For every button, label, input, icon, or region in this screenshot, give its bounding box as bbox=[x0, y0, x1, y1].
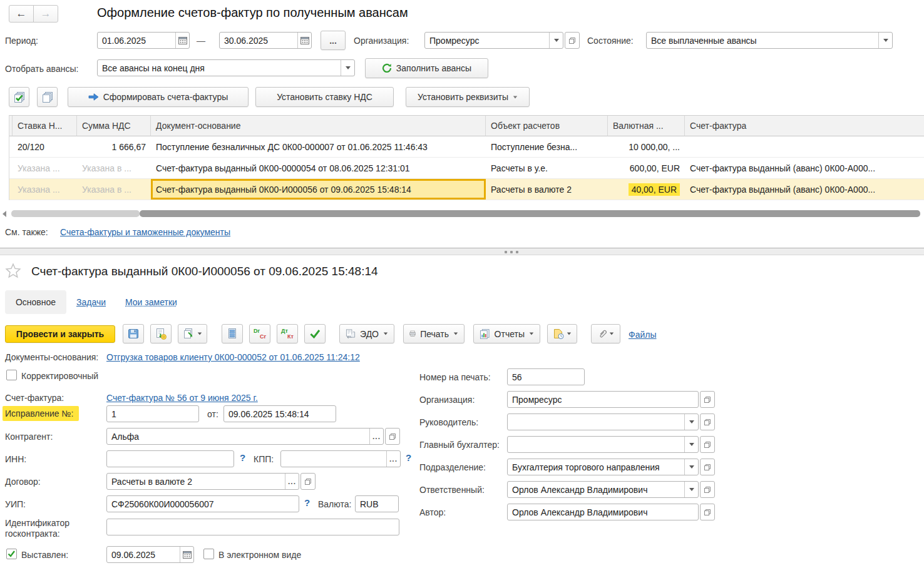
uip-value[interactable]: СФ25060К00И000056007 bbox=[107, 496, 299, 512]
column-header[interactable]: Сумма НДС bbox=[77, 116, 151, 136]
issued-checkbox[interactable] bbox=[6, 549, 17, 559]
author-open-button[interactable] bbox=[700, 504, 715, 520]
dropdown-button[interactable] bbox=[878, 33, 892, 48]
choose-button[interactable]: ... bbox=[386, 451, 400, 467]
contract-open-button[interactable] bbox=[300, 473, 316, 490]
mark-all-button[interactable] bbox=[9, 87, 29, 107]
responsible-open-button[interactable] bbox=[700, 481, 715, 498]
cell-vat-sum[interactable]: Указана в ... bbox=[77, 179, 151, 200]
inn-value[interactable] bbox=[107, 451, 234, 467]
cell-settlement-object[interactable]: Поступление безна... bbox=[486, 136, 608, 158]
scrollbar-thumb[interactable] bbox=[140, 210, 920, 217]
uip-help[interactable]: ? bbox=[304, 497, 310, 508]
author-field[interactable]: Орлов Александр Владимирович bbox=[507, 504, 699, 520]
set-vat-rate-button[interactable]: Установить ставку НДС bbox=[255, 87, 394, 107]
cell-settlement-object[interactable]: Расчеты в у.е. bbox=[486, 158, 608, 179]
department-combo[interactable]: Бухгалтерия торгового направления bbox=[507, 459, 699, 475]
choose-button[interactable]: ... bbox=[285, 474, 299, 489]
cell-currency-amount[interactable]: 40,00, EUR bbox=[608, 179, 685, 200]
dropdown-button[interactable] bbox=[684, 414, 698, 430]
manager-combo[interactable] bbox=[507, 413, 699, 430]
tab-tasks[interactable]: Задачи bbox=[76, 297, 106, 307]
revision-date-value[interactable]: 09.06.2025 15:48:14 bbox=[224, 406, 336, 422]
cell-currency-amount[interactable]: 10 000,00, ... bbox=[608, 136, 685, 158]
kpp-field[interactable]: ... bbox=[280, 450, 401, 467]
organization-combo[interactable]: Промресурс bbox=[424, 32, 563, 49]
fill-advances-button[interactable]: Заполнить авансы bbox=[365, 58, 488, 78]
revision-number-field[interactable]: 1 bbox=[106, 405, 199, 422]
column-header[interactable]: Документ-основание bbox=[151, 116, 486, 136]
kpp-value[interactable] bbox=[281, 451, 386, 467]
revision-date-field[interactable]: 09.06.2025 15:48:14 bbox=[223, 405, 336, 422]
document-history-button[interactable] bbox=[547, 324, 577, 343]
department-open-button[interactable] bbox=[700, 459, 715, 475]
state-value[interactable]: Все выплаченные авансы bbox=[647, 33, 878, 48]
attachments-button[interactable] bbox=[591, 324, 620, 343]
counterparty-open-button[interactable] bbox=[385, 428, 400, 445]
column-header[interactable]: Ставка Н... bbox=[13, 116, 77, 136]
cell-base-document[interactable]: Счет-фактура выданный 0К00-И000056 от 09… bbox=[151, 179, 486, 200]
responsible-value[interactable]: Орлов Александр Владимирович bbox=[508, 482, 684, 497]
forward-button[interactable]: → bbox=[33, 5, 58, 23]
period-from-field[interactable]: 01.06.2025 bbox=[97, 32, 190, 49]
period-to-value[interactable]: 30.06.2025 bbox=[220, 33, 297, 48]
cell-vat-rate[interactable]: Указана ... bbox=[13, 179, 77, 200]
calendar-button[interactable] bbox=[297, 33, 311, 48]
cell-vat-rate[interactable]: 20/120 bbox=[13, 136, 77, 158]
cell-base-document[interactable]: Поступление безналичных ДС 0К00-000007 о… bbox=[151, 136, 486, 158]
post-and-close-button[interactable]: Провести и закрыть bbox=[5, 325, 115, 343]
column-header[interactable]: Счет-фактура bbox=[685, 116, 924, 136]
currency-value[interactable]: RUB bbox=[356, 496, 398, 512]
cell-vat-sum[interactable]: 1 666,67 bbox=[77, 136, 151, 158]
print-number-field[interactable]: 56 bbox=[507, 368, 585, 385]
kpp-help[interactable]: ? bbox=[406, 452, 411, 463]
select-advances-value[interactable]: Все авансы на конец дня bbox=[98, 60, 341, 76]
print-button[interactable]: Печать bbox=[403, 324, 465, 343]
column-header[interactable]: Объект расчетов bbox=[486, 116, 608, 136]
register-records-button[interactable] bbox=[222, 324, 243, 343]
contract-value[interactable]: Расчеты в валюте 2 bbox=[107, 474, 285, 489]
edo-button[interactable]: ЭДО bbox=[339, 324, 394, 343]
chief-accountant-combo[interactable] bbox=[507, 436, 699, 453]
cell-vat-sum[interactable]: Указана в ... bbox=[77, 158, 151, 179]
table-row[interactable]: Указана ... Указана в ... Счет-фактура в… bbox=[9, 158, 924, 179]
cell-settlement-object[interactable]: Расчеты в валюте 2 bbox=[486, 179, 608, 200]
cell-invoice[interactable] bbox=[685, 136, 924, 158]
calendar-button[interactable] bbox=[175, 33, 189, 48]
revision-number-value[interactable]: 1 bbox=[107, 406, 198, 422]
choose-button[interactable]: ... bbox=[369, 429, 383, 444]
cell-invoice[interactable]: Счет-фактура выданный (аванс) 0К00-А000.… bbox=[685, 179, 924, 200]
dropdown-button[interactable] bbox=[684, 459, 698, 475]
set-details-button[interactable]: Установить реквизиты bbox=[406, 87, 530, 107]
see-also-link[interactable]: Счета-фактуры и таможенные документы bbox=[60, 227, 230, 237]
dropdown-button[interactable] bbox=[684, 482, 698, 497]
doc-organization-open-button[interactable] bbox=[700, 391, 715, 408]
department-value[interactable]: Бухгалтерия торгового направления bbox=[508, 459, 684, 475]
cell-vat-rate[interactable]: Указана ... bbox=[13, 158, 77, 179]
pane-splitter[interactable] bbox=[0, 248, 924, 255]
counterparty-value[interactable]: Альфа bbox=[107, 429, 369, 444]
calendar-button[interactable] bbox=[180, 547, 193, 562]
tab-notes[interactable]: Мои заметки bbox=[125, 297, 177, 307]
select-advances-combo[interactable]: Все авансы на конец дня bbox=[97, 59, 355, 76]
post-button[interactable] bbox=[150, 324, 172, 343]
cell-invoice[interactable]: Счет-фактура выданный (аванс) 0К00-А000.… bbox=[685, 158, 924, 179]
issued-date-field[interactable]: 09.06.2025 bbox=[106, 546, 194, 563]
inn-help[interactable]: ? bbox=[240, 452, 245, 463]
active-cell[interactable]: Счет-фактура выданный 0К00-И000056 от 09… bbox=[151, 179, 486, 200]
doc-organization-value[interactable]: Промресурс bbox=[508, 392, 698, 407]
dt-kt-button[interactable]: ДтКт bbox=[277, 324, 298, 343]
currency-field[interactable]: RUB bbox=[355, 495, 399, 512]
electronic-checkbox[interactable] bbox=[203, 549, 214, 559]
manager-open-button[interactable] bbox=[700, 413, 715, 430]
state-combo[interactable]: Все выплаченные авансы bbox=[646, 32, 893, 49]
dr-cr-button[interactable]: DrCr bbox=[249, 324, 270, 343]
favorite-button[interactable] bbox=[5, 263, 21, 280]
scroll-left-arrow[interactable] bbox=[3, 211, 6, 217]
inn-field[interactable] bbox=[106, 450, 234, 467]
uip-field[interactable]: СФ25060К00И000056007 bbox=[106, 495, 299, 512]
responsible-combo[interactable]: Орлов Александр Владимирович bbox=[507, 481, 699, 498]
cell-base-document[interactable]: Счет-фактура выданный 0К00-0000054 от 08… bbox=[151, 158, 486, 179]
corrective-checkbox[interactable] bbox=[6, 370, 17, 380]
create-based-on-button[interactable] bbox=[178, 324, 207, 343]
